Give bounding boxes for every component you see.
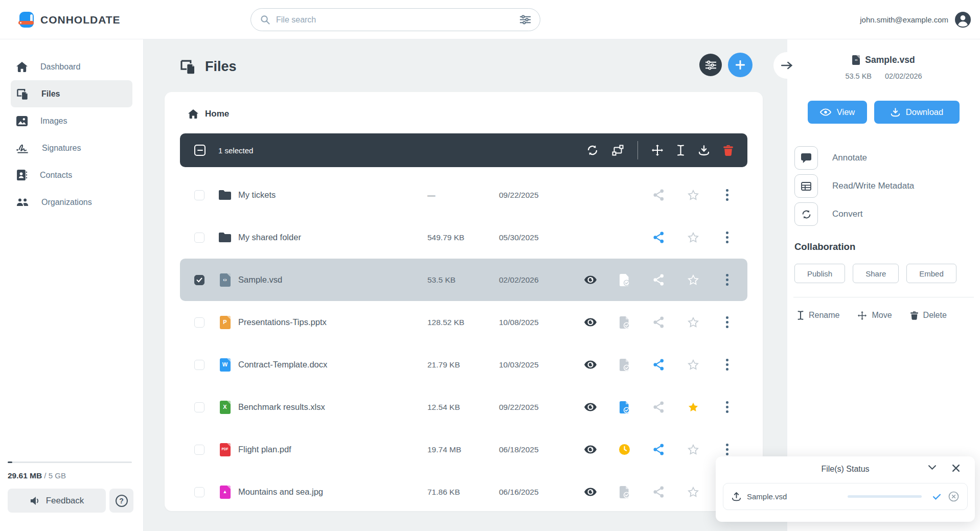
kebab-menu-icon[interactable] [726, 188, 728, 202]
favorite-star-icon[interactable] [688, 444, 699, 455]
arrow-right-icon [781, 61, 792, 70]
file-name[interactable]: Sample.vsd [238, 275, 427, 285]
share-icon[interactable] [653, 232, 664, 243]
file-name[interactable]: Presentations-Tips.pptx [238, 317, 427, 327]
file-status-icon[interactable] [620, 359, 630, 371]
kebab-menu-icon[interactable] [726, 358, 728, 372]
sidebar-item-organizations[interactable]: Organizations [11, 189, 132, 216]
row-checkbox[interactable] [194, 317, 204, 328]
close-icon[interactable] [952, 465, 960, 472]
file-name[interactable]: Mountains and sea.jpg [238, 487, 427, 497]
preview-eye-icon[interactable] [584, 275, 597, 284]
kebab-menu-icon[interactable] [726, 443, 728, 456]
share-icon[interactable] [653, 486, 664, 498]
file-name[interactable]: My shared folder [238, 233, 427, 242]
search-filter-sliders-icon[interactable] [520, 15, 531, 25]
help-button[interactable]: ? [109, 489, 133, 513]
add-file-button[interactable] [728, 53, 753, 77]
file-name[interactable]: Flight plan.pdf [238, 445, 427, 454]
embed-button[interactable]: Embed [906, 264, 956, 283]
row-checkbox[interactable] [194, 190, 204, 200]
collapse-panel-button[interactable] [773, 52, 800, 79]
table-row[interactable]: ▲ Mountains and sea.jpg 71.86 KB 06/16/2… [180, 471, 747, 513]
file-name[interactable]: Contract-Template.docx [238, 360, 427, 370]
file-status-icon[interactable] [619, 444, 630, 455]
row-checkbox[interactable] [194, 233, 204, 243]
table-row[interactable]: W Contract-Template.docx 21.79 KB 10/03/… [180, 343, 747, 386]
table-row[interactable]: My tickets — 09/22/2025 [180, 174, 747, 216]
file-status-icon[interactable] [620, 274, 630, 286]
kebab-menu-icon[interactable] [726, 230, 728, 244]
breadcrumb-home[interactable]: Home [180, 107, 747, 121]
favorite-star-icon[interactable] [688, 274, 699, 285]
feedback-button[interactable]: Feedback [8, 489, 106, 513]
favorite-star-icon[interactable] [688, 232, 699, 243]
avatar[interactable] [955, 12, 971, 28]
file-name[interactable]: Benchmark results.xlsx [238, 402, 427, 412]
sidebar-item-contacts[interactable]: Contacts [11, 161, 132, 189]
table-row[interactable]: ‹› Sample.vsd 53.5 KB 02/02/2026 [180, 259, 747, 301]
favorite-star-icon[interactable] [688, 402, 699, 412]
preview-eye-icon[interactable] [584, 445, 597, 454]
favorite-star-icon[interactable] [688, 190, 699, 200]
conholdate-logo[interactable]: CONHOLDATE [18, 0, 121, 39]
table-row[interactable]: P Presentations-Tips.pptx 128.52 KB 10/0… [180, 301, 747, 343]
sidebar-item-files[interactable]: Files [11, 80, 132, 107]
preview-eye-icon[interactable] [584, 488, 597, 496]
sidebar-item-images[interactable]: Images [11, 107, 132, 134]
share-button[interactable]: Share [853, 264, 899, 283]
sidebar-item-signatures[interactable]: Signatures [11, 134, 132, 161]
row-checkbox[interactable] [194, 402, 204, 412]
cancel-circle-x-icon[interactable] [948, 491, 959, 502]
share-icon[interactable] [653, 359, 664, 371]
sidebar-item-dashboard[interactable]: Dashboard [11, 53, 132, 80]
row-checkbox[interactable] [194, 487, 204, 497]
metadata-button[interactable] [794, 174, 818, 198]
view-button[interactable]: View [808, 101, 867, 124]
share-icon[interactable] [653, 274, 664, 286]
file-name[interactable]: My tickets [238, 190, 427, 200]
preview-eye-icon[interactable] [584, 318, 597, 327]
share-icon[interactable] [653, 316, 664, 328]
favorite-star-icon[interactable] [688, 487, 699, 497]
annotate-button[interactable] [794, 146, 818, 170]
row-checkbox[interactable] [194, 360, 204, 370]
share-icon[interactable] [653, 444, 664, 455]
search-input[interactable] [276, 15, 514, 25]
table-row[interactable]: My shared folder 549.79 KB 05/30/2025 [180, 216, 747, 259]
kebab-menu-icon[interactable] [726, 273, 728, 287]
preview-eye-icon[interactable] [584, 360, 597, 369]
status-popup-title: File(s) Status [821, 465, 869, 474]
download-button[interactable]: Download [874, 101, 960, 124]
file-status-icon[interactable] [620, 316, 630, 329]
divider [793, 297, 974, 297]
share-icon[interactable] [653, 401, 664, 413]
favorite-star-icon[interactable] [688, 359, 699, 370]
favorite-star-icon[interactable] [688, 317, 699, 328]
move-icon[interactable] [652, 145, 663, 156]
delete-trash-icon[interactable] [723, 145, 733, 156]
download-icon[interactable] [698, 145, 710, 156]
select-all-checkbox[interactable] [194, 145, 206, 156]
kebab-menu-icon[interactable] [726, 315, 728, 329]
transform-icon[interactable] [612, 145, 624, 156]
file-status-icon[interactable] [620, 401, 630, 413]
list-filter-button[interactable] [699, 54, 722, 76]
row-checkbox[interactable] [194, 275, 204, 285]
delete-action[interactable]: Delete [910, 311, 947, 320]
table-row[interactable]: PDF Flight plan.pdf 19.74 MB 06/18/2025 [180, 428, 747, 471]
file-status-icon[interactable] [620, 486, 630, 498]
preview-eye-icon[interactable] [584, 403, 597, 411]
table-row[interactable]: X Benchmark results.xlsx 12.54 KB 09/22/… [180, 386, 747, 428]
rename-icon[interactable] [677, 145, 685, 156]
publish-button[interactable]: Publish [794, 264, 845, 283]
convert-button[interactable] [794, 202, 818, 226]
move-action[interactable]: Move [858, 311, 892, 320]
row-checkbox[interactable] [194, 445, 204, 455]
refresh-icon[interactable] [587, 145, 598, 156]
chevron-down-icon[interactable] [928, 465, 936, 470]
kebab-menu-icon[interactable] [726, 400, 728, 414]
home-icon [188, 109, 198, 119]
share-icon[interactable] [653, 189, 664, 201]
rename-action[interactable]: Rename [797, 311, 839, 320]
